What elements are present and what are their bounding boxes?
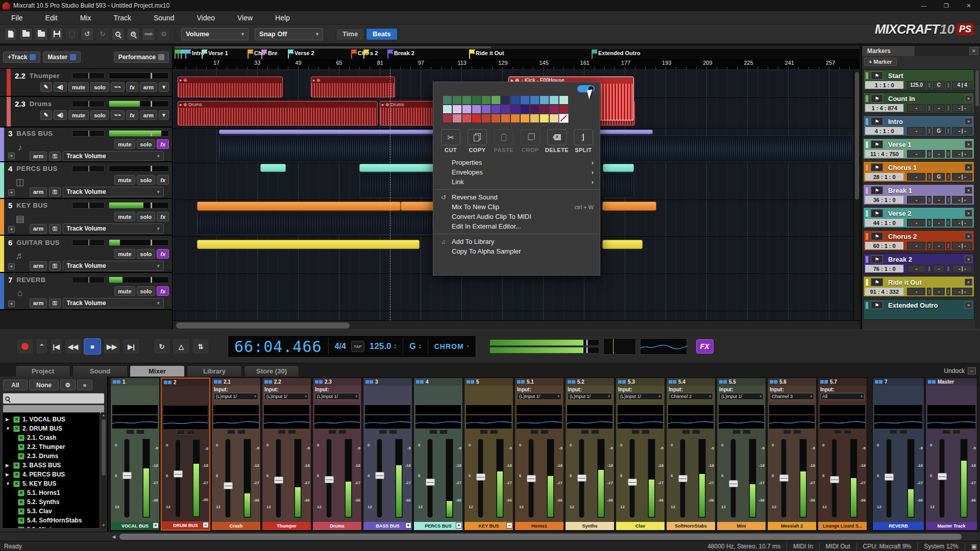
audio-clip[interactable]: ▸ ⊕ Drums	[178, 101, 378, 126]
marker-color-chip[interactable]	[865, 210, 869, 217]
input-select[interactable]: (L)Input 1/▾	[214, 393, 258, 400]
input-select[interactable]: (L)Input 1/▾	[719, 393, 764, 400]
close-panel-button[interactable]: ✕	[969, 47, 978, 55]
add-subtrack-button[interactable]: +	[8, 153, 15, 159]
collapse-badge[interactable]: +	[153, 522, 159, 529]
marker-tempo-field[interactable]: 125.0	[907, 81, 925, 89]
collapse-panel-button[interactable]: «	[77, 380, 92, 390]
loop-button[interactable]: ↻	[153, 338, 170, 355]
volume-slider[interactable]	[109, 202, 169, 209]
audio-clip[interactable]	[602, 240, 643, 249]
mixer-strip-5.2[interactable]: 5.2Input:(L)Input 1/▾0612-9-18-27-36Synt…	[565, 378, 615, 531]
arrangement-vertical-scrollbar[interactable]	[853, 70, 860, 320]
flag-icon[interactable]: ⚑	[871, 94, 883, 103]
lock-icon[interactable]: ⚿	[49, 187, 60, 197]
marker-color-chip[interactable]	[865, 233, 869, 240]
mixer-strip-2[interactable]: 20612-9-18-27-36DRUM BUS−	[161, 378, 210, 531]
volume-slider[interactable]	[109, 130, 169, 137]
tree-item-3-bass-bus[interactable]: ▶✕3. BASS BUS	[3, 461, 100, 470]
eq-display[interactable]	[874, 415, 922, 429]
color-swatch[interactable]	[530, 114, 539, 122]
eq-display[interactable]	[769, 415, 815, 429]
audio-clip[interactable]: ▸ ⊕	[178, 77, 283, 97]
mute-button[interactable]: mute	[114, 286, 135, 296]
channel-name-label[interactable]: DRUM BUS−	[162, 521, 209, 530]
speaker-icon[interactable]: ◀)	[54, 110, 67, 120]
marker-card-chorus-2[interactable]: ⚑Chorus 2✕60 : 1 : 0-▲▼-▲▼- | -	[863, 230, 974, 251]
audio-clip[interactable]	[260, 164, 286, 172]
menu-item-properties[interactable]: Properties›	[433, 158, 600, 167]
tree-item-2-1-crash[interactable]: ✕2.1. Crash	[3, 433, 100, 442]
tree-item-4-percs-bus[interactable]: ▶✕4. PERCS BUS	[3, 470, 100, 479]
marker-card-count-in[interactable]: ⚑Count In✕1 : 4 : 874-▲▼-▲▼- | -	[863, 92, 974, 113]
eq-display[interactable]	[466, 415, 511, 429]
fader-track[interactable]	[276, 439, 281, 518]
track-automation-dropdown[interactable]: Track Volume▾	[63, 187, 164, 197]
input-select[interactable]: (L)Input 1/▾	[517, 393, 561, 400]
color-swatch[interactable]	[521, 105, 529, 113]
tree-item-2-drum-bus[interactable]: ▼✕2. DRUM BUS	[3, 424, 100, 433]
audio-clip[interactable]	[603, 172, 634, 198]
marker-tempo-field[interactable]: -	[907, 219, 925, 227]
fader-handle[interactable]	[274, 477, 283, 484]
delete-marker-button[interactable]: ✕	[965, 118, 972, 125]
channel-name-label[interactable]: Crash	[212, 522, 260, 530]
mixer-strip-5.1[interactable]: 5.1Input:(L)Input 1/▾0612-9-18-27-36Horn…	[514, 378, 564, 531]
envelope-icon[interactable]: ⌁⌁	[111, 110, 125, 120]
eq-display[interactable]	[415, 415, 461, 429]
marker-card-extended-outro[interactable]: ⚑Extended Outro✕	[863, 299, 974, 320]
fader-track[interactable]	[831, 439, 837, 518]
flag-icon[interactable]: ⚑	[871, 278, 883, 286]
channel-name-label[interactable]: Thumper	[262, 522, 311, 530]
marker-tempo-field[interactable]: -	[907, 173, 925, 181]
channel-name-label[interactable]: Lounge Lizard S...	[818, 522, 867, 530]
tree-item-2-3-drums[interactable]: ✕2.3. Drums	[3, 452, 100, 461]
new-file-icon[interactable]	[4, 28, 17, 41]
key-spinner[interactable]: ▲▼	[946, 196, 951, 204]
marker-tempo-field[interactable]: -	[907, 127, 925, 135]
checkbox-icon[interactable]: ✕	[13, 471, 20, 478]
color-swatch[interactable]	[492, 105, 500, 113]
menu-track[interactable]: Track	[102, 14, 142, 22]
input-select[interactable]: (L)Input 1/▾	[568, 393, 612, 400]
track-automation-dropdown[interactable]: Track Volume▾	[63, 151, 164, 161]
volume-slider[interactable]	[109, 239, 169, 246]
fader-track[interactable]	[680, 439, 685, 518]
fader-track[interactable]	[579, 439, 584, 518]
fx-slot[interactable]	[517, 405, 562, 414]
fader-track[interactable]	[730, 439, 736, 518]
tree-item-5-4-softhornstabs[interactable]: ✕5.4. SoftHornStabs	[3, 516, 100, 525]
channel-name-label[interactable]: SoftHornStabs	[667, 522, 715, 530]
channel-name-label[interactable]: VOCAL BUS+	[111, 522, 159, 530]
timeline-ruler[interactable]: 1733496581971131291451611771932092252412…	[173, 59, 860, 70]
checkbox-icon[interactable]: ✕	[18, 490, 24, 496]
cut-action[interactable]: ✂CUT	[438, 129, 463, 153]
checkbox-icon[interactable]: ✕	[13, 462, 20, 469]
tempo-spinner[interactable]: ▲▼	[927, 81, 932, 89]
mixer-search-input[interactable]	[3, 393, 104, 404]
arm-button[interactable]: arm	[30, 152, 47, 161]
marker-meter-field[interactable]: - | -	[952, 127, 972, 135]
color-swatch[interactable]	[501, 105, 510, 113]
fader-track[interactable]	[478, 439, 483, 518]
tree-item-5-1-horns1[interactable]: ✕5.1. Horns1	[3, 488, 100, 497]
key-spinner[interactable]: ▲▼	[946, 81, 951, 89]
marker-card-break-2[interactable]: ⚑Break 2✕76 : 1 : 0-▲▼-▲▼- | -	[863, 253, 974, 274]
color-swatch[interactable]	[540, 105, 549, 113]
zoom-out-icon[interactable]: -	[111, 28, 125, 41]
channel-name-label[interactable]: REVERB	[873, 522, 924, 530]
pan-slider[interactable]	[72, 72, 105, 79]
channel-name-label[interactable]: Mini	[717, 522, 766, 530]
marker-tempo-field[interactable]: -	[907, 104, 925, 112]
master-fx-button[interactable]: FX	[696, 339, 714, 354]
delete-marker-button[interactable]: ✕	[965, 233, 972, 240]
marker-color-chip[interactable]	[865, 302, 869, 309]
tree-item-5-2-synths[interactable]: ✕5.2. Synths	[3, 497, 100, 507]
mute-button[interactable]: mute	[114, 139, 135, 149]
tree-scrollbar[interactable]: ▲ ▼	[101, 412, 106, 529]
marker-tempo-field[interactable]: -	[907, 196, 925, 204]
solo-button[interactable]: solo	[137, 139, 156, 149]
record-button[interactable]	[16, 338, 34, 355]
markers-tab[interactable]: Markers	[862, 46, 915, 56]
menu-mix[interactable]: Mix	[69, 14, 103, 22]
